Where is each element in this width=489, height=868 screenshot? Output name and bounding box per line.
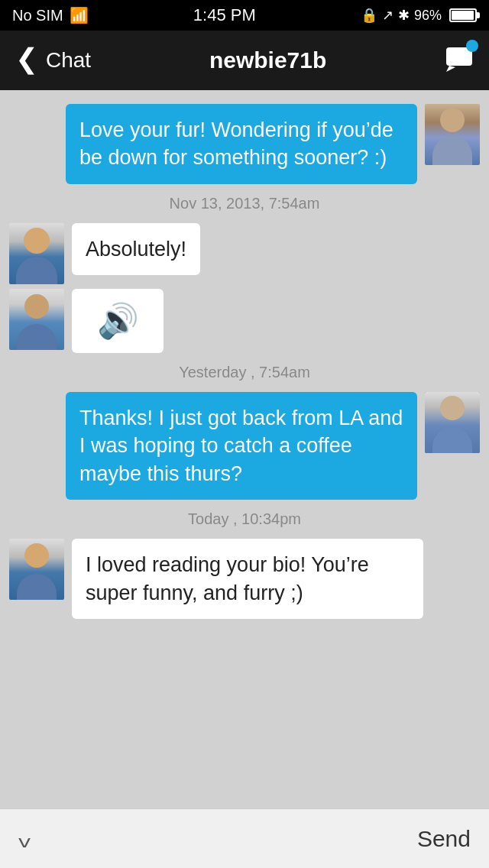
svg-marker-1 [446,66,455,72]
nav-bar: ❮ Chat newbie71b [0,31,489,90]
lock-icon: 🔒 [361,7,377,24]
message-row: Thanks! I just got back from LA and I wa… [0,392,489,500]
send-button[interactable]: Send [417,826,471,852]
message-row: I loved reading your bio! You’re super f… [0,539,489,619]
status-right: 🔒 ↗ ✱ 96% [361,7,477,24]
message-bubble: Love your fur! Wondering if you’de be do… [66,104,417,184]
battery-label: 96% [414,8,442,24]
carrier-label: No SIM [12,7,63,24]
timestamp: Today , 10:34pm [0,510,489,528]
voice-message-bubble[interactable]: 🔊 [72,289,164,353]
avatar [425,392,480,453]
status-left: No SIM 📶 [12,6,89,24]
message-row: Love your fur! Wondering if you’de be do… [0,104,489,184]
expand-button[interactable]: ^ [18,824,31,853]
bluetooth-icon: ✱ [398,7,410,24]
status-bar: No SIM 📶 1:45 PM 🔒 ↗ ✱ 96% [0,0,489,31]
wifi-icon: 📶 [70,6,89,24]
back-label: Chat [46,48,91,73]
avatar [9,289,64,350]
avatar [425,104,480,165]
nav-title: newbie71b [209,47,326,73]
message-bubble: Thanks! I just got back from LA and I wa… [66,392,417,500]
chevron-left-icon: ❮ [15,45,38,73]
battery-indicator [449,8,477,22]
back-button[interactable]: ❮ Chat [15,48,91,73]
avatar [9,223,64,284]
status-time: 1:45 PM [193,5,256,25]
avatar [9,539,64,600]
timestamp: Nov 13, 2013, 7:54am [0,195,489,212]
message-bubble: Absolutely! [72,223,200,275]
notification-badge [466,40,478,52]
location-icon: ↗ [382,7,393,24]
messages-button[interactable] [445,44,474,76]
message-row: 🔊 [0,289,489,353]
chat-area: Love your fur! Wondering if you’de be do… [0,90,489,808]
speaker-icon: 🔊 [97,301,139,341]
message-row: Absolutely! [0,223,489,284]
timestamp: Yesterday , 7:54am [0,364,489,381]
message-bubble: I loved reading your bio! You’re super f… [72,539,423,619]
toolbar: ^ Send [0,808,489,868]
